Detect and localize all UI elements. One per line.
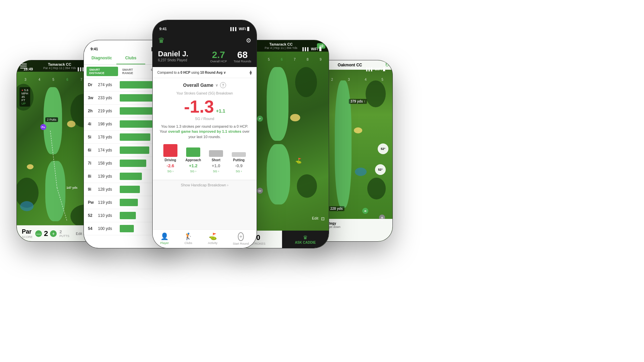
rounds-stat: 68 Total Rounds (233, 50, 251, 63)
gear-icon[interactable]: ⚙ (246, 37, 251, 44)
dist-379: 379 yds ↑ (349, 99, 367, 104)
subtab-smart-range[interactable]: SMART RANGE (119, 67, 147, 76)
fairway (45, 161, 65, 221)
p-marker: P (257, 116, 263, 122)
nav-activity[interactable]: ⛳ Activity (208, 232, 218, 245)
user-name-section: Daniel J. 6,237 Shots Played (158, 50, 188, 62)
category-bars: Driving -2.6 SG › Approach +1.2 SG › Sho… (157, 144, 252, 173)
dr-marker: Dr (257, 188, 263, 194)
wind-speed: 5.6 (24, 88, 29, 92)
phone3-signal: ▌▌▌ (230, 27, 237, 31)
tab-clubs[interactable]: Clubs (116, 52, 146, 64)
short-bar (209, 150, 223, 157)
comparison-text: Compared to a 0 HCP using 10 Round Avg ∨ (157, 71, 226, 74)
clubs-nav-label: Clubs (184, 241, 192, 245)
elevation-unit: FT (21, 99, 28, 102)
hcp-stat: 2.7 Overall HCP (210, 50, 227, 63)
hcp-label: Overall HCP (210, 60, 227, 63)
ask-caddie-section[interactable]: ♛ ASK CADDIE (282, 231, 329, 248)
nav-start-round[interactable]: + Start Round (233, 232, 249, 245)
phone-3-stats: 9:41 ▌▌▌ WiFi ▊ ♛ ⚙ Daniel J. 6,237 Shot… (153, 20, 257, 248)
nav-player[interactable]: 👤 Player (160, 232, 169, 245)
short-sg: SG › (213, 170, 219, 173)
bunker (27, 164, 34, 169)
degree-badge-1: 52° (378, 143, 388, 154)
phone3-time: 9:41 (159, 27, 167, 31)
score-controls: — 2 + (35, 229, 57, 238)
rounds-value: 68 (233, 50, 251, 60)
hole-5: 5 (52, 78, 54, 81)
edit-label[interactable]: Edit (312, 216, 318, 221)
measure-icon[interactable]: ⊡ (321, 216, 325, 221)
driving-score: -2.6 (167, 163, 174, 168)
putting-score: -0.9 (235, 163, 243, 168)
stats-right: 2.7 Overall HCP 68 Total Rounds (210, 50, 251, 63)
player-nav-label: Player (160, 241, 169, 245)
cat-driving: Driving -2.6 SG › (161, 144, 180, 173)
caddie-w-icon: ♛ (303, 234, 308, 241)
score-label: SCORE (22, 235, 33, 239)
pu-marker: Pu (40, 124, 46, 130)
approach-score: +1.2 (189, 163, 198, 168)
activity-nav-label: Activity (208, 241, 218, 245)
comparison-bar: Compared to a 0 HCP using 10 Round Avg ∨… (153, 67, 257, 78)
phone5-4i-green: 4i (362, 208, 368, 214)
phone2-time: 9:41 (91, 47, 98, 51)
cat-approach: Approach +1.2 SG › (184, 147, 203, 173)
p3-user-info: Daniel J. 6,237 Shots Played 2.7 Overall… (153, 48, 257, 67)
putting-name: Putting (233, 158, 245, 162)
club-name: Dr (88, 82, 98, 87)
cat-short: Short +1.0 SG › (207, 150, 225, 173)
strokes-count: 0 (256, 233, 260, 242)
minus-btn[interactable]: — (35, 230, 42, 237)
cat-putting: Putting -0.9 SG › (230, 152, 248, 173)
wind-info: ● 5.6 MPH 45 FT UP (19, 87, 30, 107)
club-dist: 274 yds (98, 82, 120, 87)
elevation-dir: UP (21, 102, 28, 105)
putting-sg: SG › (236, 170, 242, 173)
section-title: Overall Game ∨ ? (157, 82, 252, 88)
show-breakdown[interactable]: Show Handicap Breakdown › (153, 180, 257, 190)
subtab-smart-distance[interactable]: SMART DISTANCE (87, 67, 118, 76)
elevation: 45 (21, 95, 28, 99)
user-name: Daniel J. (158, 50, 188, 58)
degree-badge-2: 52° (375, 164, 386, 175)
start-round-nav-icon: + (238, 232, 244, 241)
water (20, 201, 34, 211)
p3-bottom-nav: 👤 Player 🏌️ Clubs ⛳ Activity + Start Rou… (153, 229, 257, 248)
main-score: -1.3 (184, 98, 214, 115)
pond (355, 168, 367, 176)
help-icon[interactable]: ? (220, 82, 226, 88)
dist-228: 228 yds (329, 206, 344, 211)
phone3-battery: ▊ (247, 27, 250, 31)
score-section: Par SCORE — 2 + 2 PUTTS (22, 228, 69, 239)
short-name: Short (212, 158, 220, 162)
p3-app-header: ♛ ⚙ (153, 32, 257, 48)
approach-name: Approach (185, 158, 201, 162)
hole-6-active: 6 (66, 78, 68, 81)
par-label: Par SCORE (22, 228, 33, 239)
player-nav-icon: 👤 (160, 232, 169, 240)
putts-label: 2 PUTTS (59, 229, 69, 238)
approach-bar (186, 147, 200, 157)
rounds-label: Total Rounds (233, 60, 251, 63)
hcp-value: 2.7 (210, 50, 227, 60)
activity-nav-icon: ⛳ (209, 232, 217, 240)
nav-clubs[interactable]: 🏌️ Clubs (184, 232, 193, 245)
driving-name: Driving (165, 158, 176, 162)
wind-unit: MPH (21, 92, 28, 95)
crown-icon: ♛ (158, 36, 165, 45)
edit-button[interactable]: Edit (76, 232, 82, 236)
phone1-time: 18:49 (23, 67, 33, 71)
hole-7: 7 (80, 78, 83, 81)
phone3-status-bar: 9:41 ▌▌▌ WiFi ▊ (153, 20, 257, 32)
score-number: 2 (44, 229, 48, 238)
filter-icon[interactable]: ⧫ (250, 70, 252, 75)
dist-147: 147 yds (66, 186, 77, 189)
sg-per-round: SG / Round (157, 117, 252, 121)
approach-sg: SG › (190, 170, 197, 173)
bunker (67, 121, 75, 127)
sg-breakdown-title: Your Strokes Gained (SG) Breakdown (157, 92, 252, 95)
plus-btn[interactable]: + (50, 230, 57, 237)
tab-diagnostic[interactable]: Diagnostic (87, 52, 116, 64)
